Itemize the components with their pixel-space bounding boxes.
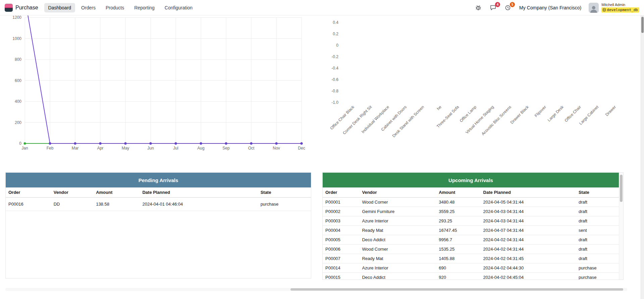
scrollbar-thumb[interactable] [620, 175, 623, 202]
svg-text:Jan: Jan [21, 146, 28, 151]
column-header: Vendor [51, 187, 93, 198]
debug-icon[interactable] [475, 4, 482, 11]
cell: draft [576, 216, 619, 226]
pending-arrivals-title: Pending Arrivals [139, 177, 178, 183]
cell: 293.25 [436, 216, 480, 226]
table-row[interactable]: P00014Azure Interior6902024-04-02 04:44:… [323, 263, 619, 273]
table-row[interactable]: P00005Deco Addict9956.72024-04-02 04:31:… [323, 235, 619, 245]
cell: Deco Addict [359, 235, 436, 245]
cell: DD [51, 198, 93, 211]
pending-arrivals-panel: Pending Arrivals OrderVendorAmountDate P… [5, 172, 311, 279]
menu-item-configuration[interactable]: Configuration [161, 3, 197, 12]
cell: draft [576, 254, 619, 263]
avatar [589, 3, 599, 13]
upcoming-table-vertical-scrollbar[interactable] [619, 173, 623, 280]
svg-text:Drawer: Drawer [604, 104, 617, 117]
cell: 2024-04-03 04:31:44 [481, 216, 576, 226]
svg-text:800: 800 [15, 57, 21, 62]
svg-text:Apr: Apr [97, 146, 104, 151]
column-header: Date Planned [481, 187, 576, 198]
column-header: State [258, 187, 311, 198]
upcoming-arrivals-table: OrderVendorAmountDate PlannedStateP00001… [323, 187, 619, 280]
cell: draft [576, 198, 619, 207]
table-row[interactable]: P00007Ready Mat1405.882024-04-02 04:31:4… [323, 254, 619, 263]
svg-text:Desk Stand with Screen: Desk Stand with Screen [391, 104, 425, 138]
svg-text:-0.8: -0.8 [331, 89, 338, 93]
cell: 2024-04-01 04:46:04 [140, 198, 258, 211]
activities-badge: 5 [510, 2, 515, 7]
svg-text:Acoustic Bloc Screens: Acoustic Bloc Screens [481, 104, 512, 136]
scrollbar-thumb[interactable] [290, 288, 623, 291]
menu-item-orders[interactable]: Orders [77, 3, 100, 12]
svg-text:200: 200 [15, 120, 21, 125]
svg-text:Nov: Nov [273, 146, 280, 151]
table-row[interactable]: P00006Wood Corner1535.252024-04-02 04:31… [323, 245, 619, 254]
svg-text:-0.2: -0.2 [331, 54, 338, 59]
column-header: Order [6, 187, 51, 198]
cell: 2024-04-07 04:31:44 [481, 226, 576, 235]
cell: P00001 [323, 198, 359, 207]
menu-item-products[interactable]: Products [102, 3, 128, 12]
cell: 3480.48 [436, 198, 480, 207]
cell: P00015 [323, 273, 359, 280]
cell: purchase [576, 263, 619, 273]
cell: 920 [436, 273, 480, 280]
svg-text:1200: 1200 [12, 15, 21, 20]
table-row[interactable]: P00016DD138.582024-04-01 04:46:04purchas… [6, 198, 311, 211]
svg-text:Jun: Jun [147, 146, 154, 151]
table-row[interactable]: P00001Wood Corner3480.482024-04-05 04:31… [323, 198, 619, 207]
cell: 2024-04-02 04:45:04 [481, 273, 576, 280]
purchase-app-icon[interactable] [5, 4, 13, 12]
svg-text:600: 600 [15, 78, 21, 83]
table-header-row: OrderVendorAmountDate PlannedState [6, 187, 311, 198]
cell: 2024-04-05 04:31:44 [481, 198, 576, 207]
table-row[interactable]: P00004Ready Mat16747.452024-04-07 04:31:… [323, 226, 619, 235]
cell: 1405.88 [436, 254, 480, 263]
products-line-chart: 0.40.20-0.2-0.4-0.6-0.8-1.0Office Chair … [322, 15, 624, 155]
column-header: Amount [436, 187, 480, 198]
cell: Wood Corner [359, 198, 436, 207]
scrollbar-thumb[interactable] [641, 17, 644, 33]
column-header: Amount [93, 187, 140, 198]
upcoming-arrivals-header: Upcoming Arrivals [323, 173, 619, 187]
column-header: Vendor [359, 187, 436, 198]
table-row[interactable]: P00003Azure Interior293.252024-04-03 04:… [323, 216, 619, 226]
svg-text:1000: 1000 [12, 36, 21, 41]
dashboard-horizontal-scrollbar[interactable] [5, 288, 627, 291]
user-name: Mitchell Admin [601, 3, 625, 7]
page-vertical-scrollbar[interactable] [641, 15, 644, 299]
svg-text:Drawer Black: Drawer Black [509, 104, 530, 125]
cell: 2024-04-02 04:44:30 [481, 263, 576, 273]
cell: 2024-04-02 04:31:44 [481, 235, 576, 245]
svg-text:Oct: Oct [248, 146, 255, 151]
company-switcher[interactable]: My Company (San Francisco) [519, 5, 581, 10]
app-menu: DashboardOrdersProductsReportingConfigur… [44, 3, 197, 12]
top-navbar: Purchase DashboardOrdersProductsReportin… [0, 0, 644, 15]
messages-badge: 4 [495, 2, 500, 7]
activities-clock-icon[interactable]: 5 [504, 4, 512, 11]
pending-arrivals-body: OrderVendorAmountDate PlannedStateP00016… [6, 187, 311, 211]
menu-item-dashboard[interactable]: Dashboard [44, 3, 75, 12]
database-icon [603, 8, 606, 12]
systray: 4 5 My Company (San Francisco) Mitchell … [475, 3, 639, 13]
cell: draft [576, 207, 619, 216]
menu-item-reporting[interactable]: Reporting [130, 3, 159, 12]
table-row[interactable]: P00015Deco Addict9202024-04-02 04:45:04p… [323, 273, 619, 280]
cell: Ready Mat [359, 254, 436, 263]
svg-text:-1.0: -1.0 [331, 100, 338, 105]
svg-text:Mar: Mar [72, 146, 79, 151]
svg-text:Large Desk: Large Desk [547, 104, 565, 123]
svg-text:Office Chair: Office Chair [564, 104, 582, 123]
svg-text:-0.6: -0.6 [331, 77, 338, 82]
svg-text:0.2: 0.2 [333, 32, 338, 36]
svg-text:0: 0 [336, 43, 338, 48]
upcoming-arrivals-title: Upcoming Arrivals [448, 177, 493, 183]
messages-icon[interactable]: 4 [490, 4, 497, 11]
svg-text:Dec: Dec [298, 146, 305, 151]
cell: purchase [576, 273, 619, 280]
app-name[interactable]: Purchase [15, 5, 38, 11]
user-menu[interactable]: Mitchell Admin development_db [589, 3, 639, 13]
table-row[interactable]: P00002Gemini Furniture3559.252024-04-03 … [323, 207, 619, 216]
svg-text:May: May [122, 146, 129, 151]
cell: P00006 [323, 245, 359, 254]
